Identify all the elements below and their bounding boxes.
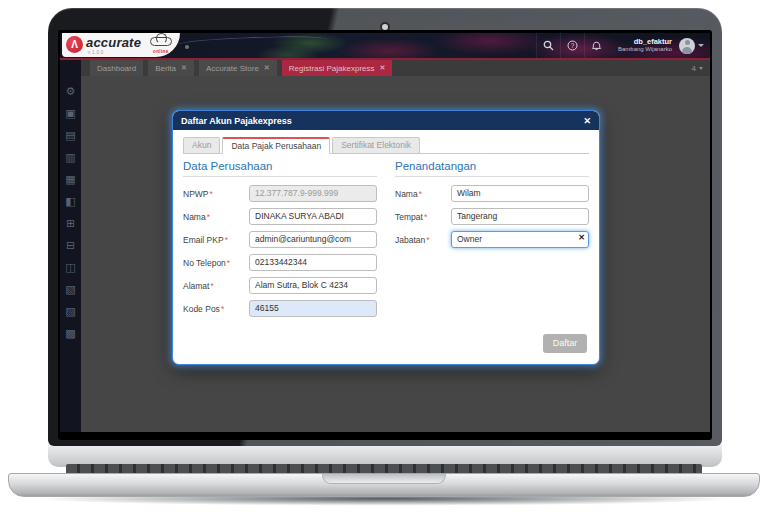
section-title: Data Perusahaan	[183, 160, 377, 177]
dialog-body: Data Perusahaan NPWP* 12.377.787.9-999.9…	[173, 154, 599, 323]
orders-icon[interactable]: ⊟	[66, 240, 75, 251]
kode-pos-input[interactable]: 46155	[249, 300, 377, 317]
sidebar: ⚙ ▣ ▤ ▥ ▦ ◧ ⊞ ⊟ ◫ ▧ ▨ ▩	[60, 60, 81, 432]
notifications-bell-icon[interactable]	[584, 33, 608, 58]
tab-label: Registrasi Pajakexpress	[289, 64, 375, 73]
search-icon[interactable]	[536, 33, 560, 58]
field-label: Nama	[395, 189, 418, 199]
user-menu-chevron-icon[interactable]	[698, 44, 704, 47]
status-dot	[185, 45, 189, 49]
field-label: Kode Pos	[183, 304, 220, 314]
svg-text:?: ?	[571, 42, 575, 49]
user-name: Bambang Wijanarko	[618, 46, 672, 53]
building-icon[interactable]: ▤	[65, 130, 75, 141]
help-icon[interactable]: ?	[560, 33, 584, 58]
dialog-header: Daftar Akun Pajakexpress ✕	[173, 111, 599, 130]
reports-icon[interactable]: ◫	[65, 262, 75, 273]
tab-data-pajak-perusahaan[interactable]: Data Pajak Perusahaan	[222, 137, 330, 154]
field-label: Tempat	[395, 212, 423, 222]
required-marker: *	[210, 189, 213, 199]
close-icon[interactable]: ✕	[583, 116, 591, 126]
clipboard-icon[interactable]: ▨	[65, 306, 75, 317]
briefcase-icon[interactable]: ▣	[65, 108, 75, 119]
tab-dashboard[interactable]: Dashboard	[90, 60, 143, 76]
section-penandatangan: Penandatangan Nama* Wilam ✕ Tempat* Tang…	[395, 160, 589, 323]
email-pkp-input[interactable]: admin@cariuntung@com	[249, 231, 377, 248]
daftar-akun-pajakexpress-dialog: Daftar Akun Pajakexpress ✕ Akun Data Paj…	[172, 110, 600, 365]
tab-sertifikat-elektonik[interactable]: Sertifikat Elektonik	[332, 137, 420, 154]
field-label: Jabatan	[395, 235, 425, 245]
brand-name: accurate	[86, 35, 141, 50]
no-telepon-input[interactable]: 02133442344	[249, 254, 377, 271]
accurate-app-window: Λ accurate v 1.0.0 online	[60, 33, 710, 432]
cloud-icon	[150, 37, 172, 46]
workspace-tabbar: Dashboard Berita ✕ Accurate Store ✕ Regi…	[81, 60, 710, 76]
header-swoosh-line	[178, 34, 328, 49]
required-marker: *	[225, 235, 228, 245]
field-nama: Nama* DINAKA SURYA ABADI ✕	[183, 208, 377, 225]
cart-icon[interactable]: ⊞	[66, 218, 75, 229]
laptop-lid-notch	[322, 474, 446, 484]
settings-icon[interactable]: ⚙	[66, 86, 76, 97]
purchases-icon[interactable]: ▦	[65, 174, 75, 185]
field-label: No Telepon	[183, 258, 226, 268]
sales-icon[interactable]: ◧	[65, 196, 75, 207]
tab-label: Dashboard	[97, 64, 136, 73]
brand-version: v 1.0.0	[88, 50, 104, 55]
field-kode-pos: Kode Pos* 46155 ✕	[183, 300, 377, 317]
online-label: online	[153, 49, 169, 54]
field-alamat: Alamat* Alam Sutra, Blok C 4234 ✕	[183, 277, 377, 294]
tab-overflow-menu[interactable]: 4	[692, 60, 703, 76]
user-info[interactable]: db_efaktur Bambang Wijanarko	[618, 38, 672, 54]
tab-label: Berita	[155, 64, 176, 73]
section-title: Penandatangan	[395, 160, 589, 177]
clear-field-icon[interactable]: ✕	[578, 233, 585, 241]
cash-icon[interactable]: ▧	[65, 284, 75, 295]
dialog-tabs: Akun Data Pajak Perusahaan Sertifikat El…	[183, 137, 589, 154]
required-marker: *	[210, 281, 213, 291]
field-email-pkp: Email PKP* admin@cariuntung@com ✕	[183, 231, 377, 248]
tempat-input[interactable]: Tangerang	[451, 208, 589, 225]
alamat-input[interactable]: Alam Sutra, Blok C 4234	[249, 277, 377, 294]
database-name: db_efaktur	[618, 38, 672, 47]
required-marker: *	[207, 212, 210, 222]
nama-input[interactable]: DINAKA SURYA ABADI	[249, 208, 377, 225]
field-label: Nama	[183, 212, 206, 222]
laptop-mockup: Λ accurate v 1.0.0 online	[0, 0, 768, 512]
laptop-base	[8, 473, 760, 497]
laptop-screen: Λ accurate v 1.0.0 online	[58, 30, 712, 440]
tab-akun[interactable]: Akun	[183, 137, 220, 154]
nama-penandatangan-input[interactable]: Wilam	[451, 185, 589, 202]
tab-label: Accurate Store	[206, 64, 259, 73]
field-label: Alamat	[183, 281, 209, 291]
accurate-logo-mark-icon: Λ	[66, 36, 83, 53]
dialog-title: Daftar Akun Pajakexpress	[181, 116, 583, 126]
tab-berita[interactable]: Berita ✕	[148, 60, 194, 76]
field-jabatan: Jabatan* Owner ✕	[395, 231, 589, 248]
required-marker: *	[221, 304, 224, 314]
tab-accurate-store[interactable]: Accurate Store ✕	[199, 60, 277, 76]
field-label: Email PKP	[183, 235, 224, 245]
user-avatar[interactable]	[679, 38, 695, 54]
field-no-telepon: No Telepon* 02133442344 ✕	[183, 254, 377, 271]
header-actions: ? db_efaktur Bambang Wijanarko	[536, 33, 704, 58]
web-icon[interactable]: ▩	[65, 328, 75, 339]
section-data-perusahaan: Data Perusahaan NPWP* 12.377.787.9-999.9…	[183, 160, 377, 323]
tab-overflow-count: 4	[692, 64, 696, 73]
field-npwp: NPWP* 12.377.787.9-999.999	[183, 185, 377, 202]
field-nama-penandatangan: Nama* Wilam ✕	[395, 185, 589, 202]
required-marker: *	[227, 258, 230, 268]
close-tab-icon[interactable]: ✕	[264, 64, 270, 72]
daftar-submit-button[interactable]: Daftar	[543, 334, 587, 353]
npwp-input: 12.377.787.9-999.999	[249, 185, 377, 202]
field-label: NPWP	[183, 189, 209, 199]
jabatan-input[interactable]: Owner	[451, 231, 589, 248]
close-tab-icon[interactable]: ✕	[181, 64, 187, 72]
tab-registrasi-pajakexpress[interactable]: Registrasi Pajakexpress ✕	[282, 60, 393, 76]
required-marker: *	[419, 189, 422, 199]
journal-icon[interactable]: ▥	[65, 152, 75, 163]
app-header: Λ accurate v 1.0.0 online	[60, 33, 710, 60]
required-marker: *	[424, 212, 427, 222]
close-tab-icon[interactable]: ✕	[380, 64, 386, 72]
chevron-down-icon	[699, 67, 703, 70]
